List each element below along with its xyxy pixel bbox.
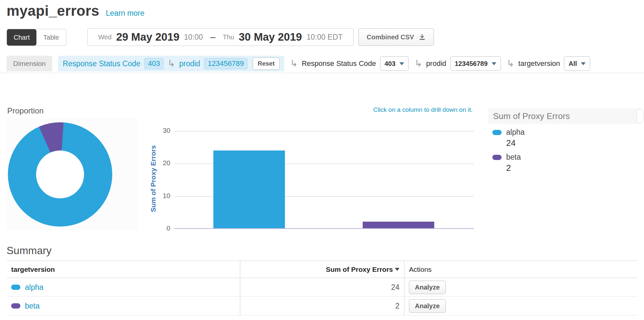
end-time: 10:00 EDT: [307, 33, 343, 42]
y-tick-0: 0: [141, 224, 170, 232]
reset-button[interactable]: Reset: [253, 57, 280, 70]
drill-down-icon: ↳: [290, 59, 298, 68]
column-header-sum-of-proxy-errors[interactable]: Sum of Proxy Errors: [240, 261, 404, 278]
combined-csv-label: Combined CSV: [367, 33, 414, 41]
report-header: myapi_errors Learn more: [7, 3, 144, 19]
filter-prodid: ↳ prodid 123456789: [415, 56, 501, 71]
analyze-button-beta[interactable]: Analyze: [409, 299, 446, 313]
table-row-beta: beta 2 Analyze: [7, 297, 637, 315]
summary-table: targetversion Sum of Proxy Errors Action…: [7, 261, 637, 315]
date-range-picker[interactable]: Wed 29 May 2019 10:00 – Thu 30 May 2019 …: [87, 28, 354, 46]
beta-link[interactable]: beta: [25, 302, 40, 310]
caret-down-icon: [492, 62, 496, 65]
y-tick-10: 10: [141, 192, 170, 200]
caret-down-icon: [399, 62, 404, 65]
filter-selected-value: 123456789: [455, 60, 488, 68]
filter-response-status-code: ↳ Response Status Code 403: [290, 56, 409, 71]
filter-name: Response Status Code: [302, 59, 376, 68]
bar-chart-plot: [174, 131, 474, 229]
tab-chart[interactable]: Chart: [7, 29, 36, 46]
filter-dropdown-targetversion[interactable]: All: [564, 56, 590, 71]
beta-value-cell: 2: [240, 297, 404, 315]
alpha-color-swatch: [492, 130, 502, 135]
breadcrumb-dimension-name[interactable]: prodid: [179, 59, 200, 68]
drill-hint-text: Click on a column to drill down on it.: [373, 106, 473, 113]
column-header-targetversion[interactable]: targetversion: [7, 261, 240, 278]
start-time: 10:00: [184, 33, 203, 42]
date-range-separator: –: [210, 31, 216, 43]
table-header-row: targetversion Sum of Proxy Errors Action…: [7, 261, 637, 278]
summary-heading: Summary: [7, 245, 52, 257]
filter-name: prodid: [426, 59, 446, 68]
legend-items: alpha 24 beta 2: [488, 124, 641, 180]
beta-color-swatch: [492, 155, 502, 160]
end-date: 30 May 2019: [239, 31, 302, 43]
donut-hole: [36, 150, 84, 198]
legend-title: Sum of Proxy Errors: [493, 111, 570, 121]
y-tick-20: 20: [141, 159, 170, 167]
alpha-color-swatch: [11, 285, 20, 290]
bar-alpha[interactable]: [213, 150, 285, 228]
drill-down-icon: ↳: [507, 59, 514, 68]
analyze-button-alpha[interactable]: Analyze: [409, 281, 446, 294]
table-row-alpha: alpha 24 Analyze: [7, 278, 637, 297]
legend-item-label: alpha: [506, 128, 525, 137]
start-day-of-week: Wed: [98, 33, 112, 41]
gridline-30: [174, 131, 474, 131]
alpha-value-cell: 24: [240, 278, 404, 296]
legend-item-beta: beta 2: [492, 153, 637, 176]
filter-name: targetversion: [518, 59, 560, 68]
proportion-chart-panel: [7, 118, 138, 229]
proportion-label: Proportion: [7, 106, 44, 115]
scrollbar-thumb[interactable]: [637, 109, 643, 123]
breadcrumb-dimension-value-chip[interactable]: 123456789: [204, 58, 247, 69]
legend-item-label: beta: [506, 153, 521, 162]
learn-more-link[interactable]: Learn more: [106, 9, 144, 18]
donut-chart[interactable]: [8, 122, 112, 227]
breadcrumb-dimension-name[interactable]: Response Status Code: [63, 59, 140, 68]
download-icon: [419, 33, 426, 41]
column-header-actions: Actions: [404, 261, 637, 278]
legend-item-alpha: alpha 24: [492, 128, 637, 151]
custom-report-page: myapi_errors Learn more Chart Table Wed …: [0, 0, 644, 320]
alpha-link[interactable]: alpha: [25, 283, 43, 292]
combined-csv-button[interactable]: Combined CSV: [358, 28, 434, 46]
legend-header: Sum of Proxy Errors: [488, 108, 641, 124]
filter-dropdown-response-status-code[interactable]: 403: [380, 56, 409, 71]
dimension-row: Dimension Response Status Code 403 ↳ pro…: [0, 54, 644, 73]
y-tick-30: 30: [141, 127, 170, 134]
tab-table[interactable]: Table: [36, 29, 66, 46]
drilldown-breadcrumb: Response Status Code 403 ↳ prodid 123456…: [58, 56, 284, 71]
page-title: myapi_errors: [7, 3, 99, 19]
legend-panel: Sum of Proxy Errors alpha 24 beta 2: [488, 108, 641, 180]
filter-selected-value: All: [569, 60, 577, 68]
beta-color-swatch: [11, 303, 20, 309]
bar-beta[interactable]: [363, 222, 434, 228]
caret-down-icon: [581, 62, 586, 65]
end-day-of-week: Thu: [223, 33, 234, 41]
sort-descending-icon: [395, 268, 399, 271]
legend-item-value: 24: [506, 137, 637, 151]
dimension-label: Dimension: [7, 56, 52, 71]
drill-down-icon: ↳: [415, 59, 422, 68]
legend-item-value: 2: [506, 162, 637, 176]
filter-selected-value: 403: [385, 60, 396, 68]
view-toggle: Chart Table: [7, 29, 66, 46]
column-header-label: Sum of Proxy Errors: [326, 266, 393, 273]
filter-dropdown-prodid[interactable]: 123456789: [450, 56, 501, 71]
filter-targetversion: ↳ targetversion All: [507, 56, 590, 71]
